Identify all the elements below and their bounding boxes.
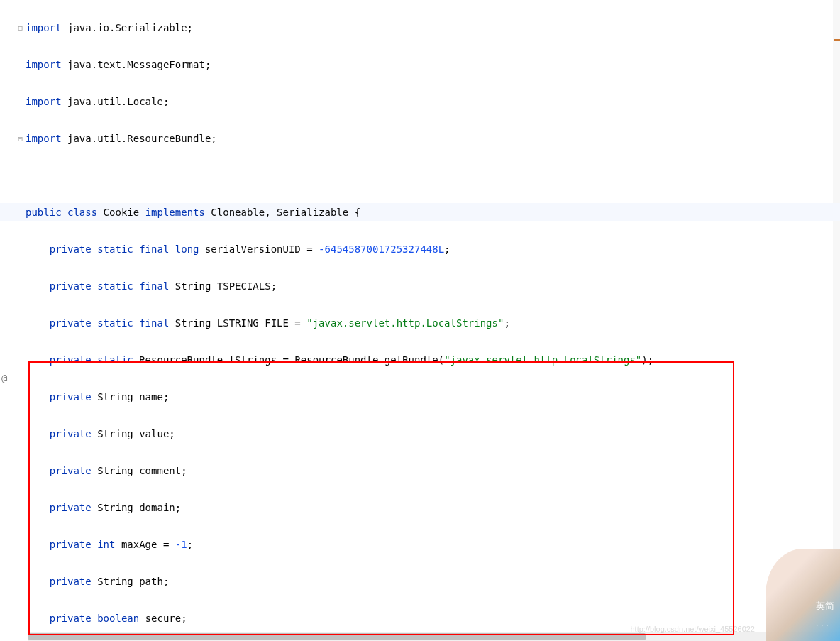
scrollbar-thumb[interactable] (28, 633, 646, 640)
gutter-override-icon[interactable]: @ (1, 369, 7, 388)
class-name: Cookie (104, 207, 140, 218)
watermark-text: http://blog.csdn.net/weixi_45526022 (630, 620, 755, 638)
import-0: java.io.Serializable (67, 22, 187, 33)
code-editor[interactable]: ⊟import java.io.Serializable; import jav… (0, 0, 840, 641)
assistant-avatar-overlay[interactable] (766, 549, 840, 641)
kw-import: import (26, 22, 62, 33)
